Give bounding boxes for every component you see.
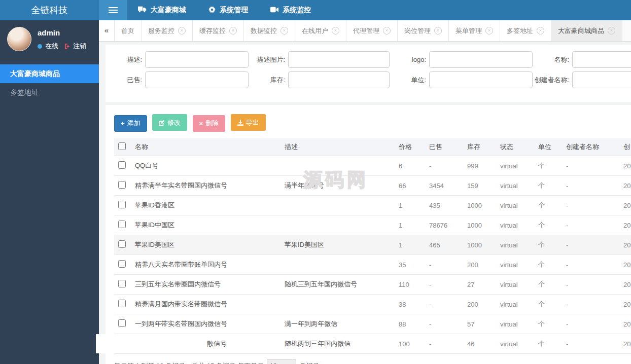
delete-button[interactable]: ×删除 bbox=[193, 115, 226, 132]
cell-sold: - bbox=[425, 156, 463, 176]
sidebar-item[interactable]: 多签地址 bbox=[0, 83, 99, 102]
cell-sold: - bbox=[425, 334, 463, 354]
tab-close-icon[interactable]: × bbox=[281, 27, 288, 34]
tab-close-icon[interactable]: × bbox=[434, 27, 442, 34]
tab[interactable]: 在线用户× bbox=[295, 20, 346, 41]
cell-name: 苹果ID香港区 bbox=[131, 196, 281, 215]
cell-unit: 个 bbox=[534, 295, 562, 314]
column-header[interactable]: 价格 bbox=[395, 138, 425, 156]
page-size-select[interactable]: 10 bbox=[267, 359, 296, 364]
form-field-label: 单位: bbox=[390, 76, 426, 84]
tab[interactable]: 多签地址× bbox=[500, 20, 551, 41]
sidebar-item[interactable]: 大富豪商城商品 bbox=[0, 64, 99, 83]
tab-close-icon[interactable]: × bbox=[608, 27, 615, 34]
form-field-input[interactable] bbox=[572, 71, 631, 88]
table-row[interactable]: 三到五年实名带圈国内微信号随机三到五年国内微信号110-27virtual个-2… bbox=[114, 275, 631, 295]
row-checkbox-cell bbox=[114, 295, 131, 314]
cell-status: virtual bbox=[496, 235, 534, 255]
table-row[interactable]: QQ白号6-999virtual个-20 bbox=[114, 156, 631, 176]
row-checkbox[interactable] bbox=[118, 260, 126, 268]
form-field-input[interactable] bbox=[288, 51, 390, 68]
tab[interactable]: 数据监控× bbox=[244, 20, 295, 41]
tab-label: 岗位管理 bbox=[404, 26, 431, 35]
cell-price: 1 bbox=[395, 215, 425, 235]
topnav-item[interactable]: 大富豪商城 bbox=[127, 0, 197, 20]
tab[interactable]: 岗位管理× bbox=[398, 20, 449, 41]
tab-label: 缓存监控 bbox=[199, 26, 226, 35]
tab[interactable]: 首页 bbox=[115, 20, 142, 41]
form-field-label: 已售: bbox=[106, 76, 142, 84]
row-checkbox[interactable] bbox=[118, 280, 126, 287]
form-field-input[interactable] bbox=[429, 71, 533, 88]
tab-close-icon[interactable]: × bbox=[178, 27, 186, 34]
tab-close-icon[interactable]: × bbox=[332, 27, 339, 34]
tabs-collapse-button[interactable]: « bbox=[99, 20, 115, 41]
table-row[interactable]: 精养八天实名带圈带账单国内号35-200virtual个-20 bbox=[114, 255, 631, 275]
column-header[interactable]: 创建者名称 bbox=[562, 138, 619, 156]
select-all-cell bbox=[114, 138, 131, 156]
column-header[interactable]: 状态 bbox=[496, 138, 534, 156]
row-checkbox[interactable] bbox=[118, 201, 126, 208]
table-row[interactable]: 苹果ID中国区1786761000virtual个-20 bbox=[114, 215, 631, 235]
tab-close-icon[interactable]: × bbox=[485, 27, 493, 34]
column-header[interactable]: 单位 bbox=[534, 138, 562, 156]
cell-stock: 200 bbox=[463, 255, 496, 275]
edit-icon bbox=[159, 120, 165, 126]
x-icon: × bbox=[199, 120, 203, 127]
table-row[interactable]: 苹果ID美国区苹果ID美国区14651000virtual个-20 bbox=[114, 235, 631, 255]
cell-stock: 1000 bbox=[463, 196, 496, 215]
cell-price: 6 bbox=[395, 156, 425, 176]
select-all-checkbox[interactable] bbox=[118, 142, 126, 150]
main-area: « 首页服务监控×缓存监控×数据监控×在线用户×代理管理×岗位管理×菜单管理×多… bbox=[99, 20, 631, 364]
tab[interactable]: 缓存监控× bbox=[193, 20, 244, 41]
tab[interactable]: 菜单管理× bbox=[449, 20, 500, 41]
tab-close-icon[interactable]: × bbox=[229, 27, 237, 34]
topnav-item[interactable]: 系统管理 bbox=[197, 0, 259, 20]
cell-unit: 个 bbox=[534, 215, 562, 235]
table-row[interactable]: 精养满半年实名带圈国内微信号满半年微信号663454159virtual个-20 bbox=[114, 176, 631, 196]
logout-button[interactable]: 注销 bbox=[64, 42, 86, 51]
export-button[interactable]: 导出 bbox=[231, 114, 266, 131]
column-header[interactable]: 创 bbox=[619, 138, 631, 156]
form-field-input[interactable] bbox=[145, 71, 249, 88]
row-checkbox[interactable] bbox=[118, 300, 126, 307]
row-checkbox[interactable] bbox=[118, 221, 126, 228]
table-row[interactable]: 一到两年带实名带圈国内微信号满一年到两年微信88-57virtual个-20 bbox=[114, 314, 631, 334]
tab[interactable]: 大富豪商城商品× bbox=[551, 20, 622, 41]
table-row[interactable]: 散信号随机两到三年国内微信100-46virtual个-20 bbox=[114, 334, 631, 354]
cell-stock: 46 bbox=[463, 334, 496, 354]
tab[interactable]: 代理管理× bbox=[346, 20, 398, 41]
form-field-input[interactable] bbox=[572, 51, 631, 68]
avatar[interactable] bbox=[7, 27, 31, 51]
row-checkbox[interactable] bbox=[118, 161, 126, 169]
cell-creator: - bbox=[562, 295, 619, 314]
row-checkbox-cell bbox=[114, 235, 131, 255]
column-header[interactable]: 名称 bbox=[131, 138, 281, 156]
cell-created: 20 bbox=[619, 334, 631, 354]
column-header[interactable]: 已售 bbox=[425, 138, 463, 156]
row-checkbox[interactable] bbox=[118, 240, 126, 248]
tab-close-icon[interactable]: × bbox=[537, 27, 544, 34]
tabs: 首页服务监控×缓存监控×数据监控×在线用户×代理管理×岗位管理×菜单管理×多签地… bbox=[115, 20, 622, 41]
column-header[interactable]: 库存 bbox=[463, 138, 496, 156]
cell-name: 精养满月国内带实名带圈微信号 bbox=[131, 295, 281, 314]
form-field-input[interactable] bbox=[288, 71, 390, 88]
tab[interactable]: 服务监控× bbox=[142, 20, 193, 41]
add-button[interactable]: +添加 bbox=[114, 115, 147, 132]
tab-label: 菜单管理 bbox=[455, 26, 482, 35]
form-field-input[interactable] bbox=[429, 51, 533, 68]
cell-sold: 435 bbox=[425, 196, 463, 215]
column-header[interactable]: 描述 bbox=[281, 138, 395, 156]
table-row[interactable]: 苹果ID香港区14351000virtual个-20 bbox=[114, 196, 631, 215]
form-field-input[interactable] bbox=[145, 51, 249, 68]
row-checkbox-cell bbox=[114, 176, 131, 196]
cell-price: 66 bbox=[395, 176, 425, 196]
hamburger-menu-icon[interactable] bbox=[99, 0, 127, 20]
edit-button[interactable]: 修改 bbox=[152, 114, 187, 131]
table-row[interactable]: 精养满月国内带实名带圈微信号38-200virtual个-20 bbox=[114, 295, 631, 314]
row-checkbox[interactable] bbox=[118, 319, 126, 327]
cell-created: 20 bbox=[619, 314, 631, 334]
topnav-item[interactable]: 系统监控 bbox=[259, 0, 322, 20]
tab-close-icon[interactable]: × bbox=[383, 27, 391, 34]
row-checkbox[interactable] bbox=[118, 181, 126, 189]
